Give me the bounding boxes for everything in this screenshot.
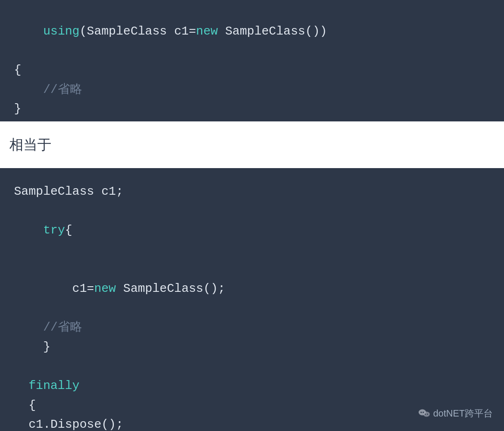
code-line-try: try{ (14, 202, 490, 260)
plain-sampleclass-call: SampleClass(); (116, 282, 225, 296)
watermark-text: dotNET跨平台 (433, 407, 493, 420)
code-line-empty (14, 357, 490, 376)
svg-point-4 (425, 413, 426, 414)
svg-point-3 (423, 411, 430, 417)
svg-point-1 (420, 411, 422, 413)
keyword-new-1: new (196, 24, 218, 38)
keyword-using: using (43, 24, 79, 38)
code-line-using: using(SampleClass c1=new SampleClass()) (14, 2, 490, 61)
code-line-brace-close: } (14, 99, 490, 119)
code-block-1: using(SampleClass c1=new SampleClass()) … (0, 0, 504, 121)
wechat-icon (418, 408, 430, 420)
code-line-comment-1: //省略 (14, 80, 490, 100)
svg-point-5 (427, 413, 428, 414)
plain-c1-assign: c1= (43, 282, 94, 296)
plain-text-2: SampleClass()) (218, 24, 327, 38)
code-line-finally: finally (14, 376, 490, 396)
plain-text-1: (SampleClass c1= (79, 24, 196, 38)
keyword-try: try (43, 223, 65, 237)
keyword-new-2: new (94, 282, 116, 296)
equivalent-text: 相当于 (9, 135, 51, 155)
code-line-brace-open: { (14, 61, 490, 80)
svg-point-2 (423, 411, 424, 413)
code-line-inner-brace-close: } (14, 338, 490, 357)
code-block-2: SampleClass c1; try{ c1=new SampleClass(… (0, 168, 504, 431)
divider-section: 相当于 (0, 121, 504, 168)
watermark: dotNET跨平台 (418, 407, 493, 420)
code-line-assign: c1=new SampleClass(); (14, 260, 490, 318)
code-line-sampleclass: SampleClass c1; (14, 182, 490, 202)
plain-brace: { (65, 223, 72, 237)
code-line-comment-2: //省略 (14, 318, 490, 338)
